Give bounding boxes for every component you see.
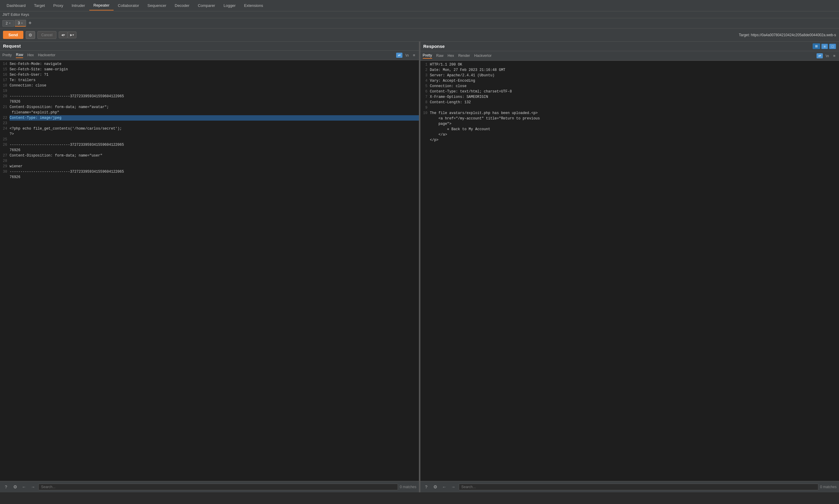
jwt-editor-row: JWT Editor Keys — [0, 11, 839, 18]
request-sub-tabs: Pretty Raw Hex Hackvertor ⇌ \n ≡ — [0, 51, 419, 60]
table-row: 20 ----------------------------372723395… — [0, 94, 419, 99]
response-menu-icon[interactable]: ≡ — [832, 53, 837, 59]
table-row: 8 Content-Length: 132 — [421, 100, 839, 105]
nav-item-collaborator[interactable]: Collaborator — [114, 1, 143, 10]
request-help-icon[interactable]: ? — [2, 483, 10, 490]
tab-2[interactable]: 2 × — [2, 20, 14, 26]
table-row: 30 ----------------------------372723395… — [0, 169, 419, 175]
response-tab-hex[interactable]: Hex — [448, 54, 454, 58]
table-row: 5 Connection: close — [421, 84, 839, 89]
table-row: 9 — [421, 105, 839, 110]
cancel-button[interactable]: Cancel — [37, 31, 56, 39]
tab-2-close[interactable]: × — [9, 21, 11, 25]
nav-item-target[interactable]: Target — [30, 1, 49, 10]
view-list-icon[interactable]: ≡ — [821, 44, 828, 49]
main-split: Request Pretty Raw Hex Hackvertor ⇌ \n ≡… — [0, 41, 839, 492]
response-search-input[interactable] — [459, 484, 818, 490]
table-row: 21 Content-Disposition: form-data; name=… — [0, 105, 419, 110]
table-row: 28 — [0, 158, 419, 164]
request-panel-title: Request — [3, 43, 21, 49]
nav-arrows: ◀▾ ▶▾ — [59, 32, 76, 38]
table-row: 17 Te: trailers — [0, 77, 419, 83]
next-button[interactable]: ▶▾ — [68, 32, 76, 38]
nav-item-dashboard[interactable]: Dashboard — [2, 1, 30, 10]
request-tab-raw[interactable]: Raw — [16, 53, 23, 58]
request-panel: Request Pretty Raw Hex Hackvertor ⇌ \n ≡… — [0, 41, 419, 492]
table-row: 24 <?php echo file_get_contents('/home/c… — [0, 126, 419, 131]
request-tab-hackvertor[interactable]: Hackvertor — [38, 53, 55, 58]
response-sub-tabs: Pretty Raw Hex Render Hackvertor ⇌ \n ≡ — [421, 51, 839, 61]
response-help-icon[interactable]: ? — [423, 483, 430, 490]
request-tab-pretty[interactable]: Pretty — [2, 53, 12, 58]
prev-button[interactable]: ◀▾ — [59, 32, 67, 38]
send-button[interactable]: Send — [3, 31, 23, 39]
request-code-area[interactable]: 14 Sec-Fetch-Mode: navigate 15 Sec-Fetch… — [0, 60, 419, 481]
table-row: 76926 — [0, 99, 419, 105]
table-row: 2 Date: Mon, 27 Feb 2023 21:16:48 GMT — [421, 67, 839, 73]
table-row: 6 Content-Type: text/html; charset=UTF-8 — [421, 89, 839, 94]
request-wrap-icon[interactable]: ⇌ — [396, 53, 403, 58]
response-newline-icon[interactable]: \n — [825, 53, 830, 59]
view-split-icon[interactable]: ⊞ — [812, 43, 820, 49]
request-newline-icon[interactable]: \n — [404, 52, 410, 58]
request-back-arrow-icon[interactable]: ← — [20, 483, 28, 490]
table-row: page"> — [421, 121, 839, 127]
request-bottom-gear-icon[interactable]: ⚙ — [11, 483, 19, 490]
table-row: 25 — [0, 137, 419, 142]
table-row: 27 Content-Disposition: form-data; name=… — [0, 153, 419, 158]
request-panel-header: Request — [0, 41, 419, 51]
toolbar: Send ⚙ Cancel ◀▾ ▶▾ Target: https://0a4a… — [0, 29, 839, 41]
response-tab-icons: ⇌ \n ≡ — [817, 53, 837, 59]
request-forward-arrow-icon[interactable]: → — [29, 483, 37, 490]
response-back-arrow-icon[interactable]: ← — [441, 483, 448, 490]
table-row: 10 The file avatars/exploit.php has been… — [421, 110, 839, 116]
table-row: 19 — [0, 88, 419, 94]
add-tab-button[interactable]: + — [27, 20, 34, 26]
nav-item-decoder[interactable]: Decoder — [171, 1, 193, 10]
nav-item-repeater[interactable]: Repeater — [89, 1, 114, 11]
response-tab-raw[interactable]: Raw — [436, 54, 444, 58]
target-label: Target: https://0a4a007804210424c205a8de… — [739, 33, 836, 37]
response-panel-title: Response — [423, 44, 445, 49]
view-toggle: ⊞ ≡ □ — [812, 43, 836, 49]
tab-3-label: 3 — [18, 21, 20, 25]
table-row: 76926 — [0, 147, 419, 153]
table-row: 18 Connection: close — [0, 83, 419, 88]
table-row: 23 — [0, 121, 419, 126]
table-row: 22 Content-Type: image/jpeg — [0, 115, 419, 121]
tab-3[interactable]: 3 × — [15, 20, 27, 26]
table-row: 29 wiener — [0, 164, 419, 169]
nav-item-extensions[interactable]: Extensions — [240, 1, 267, 10]
tab-3-close[interactable]: × — [21, 21, 23, 25]
response-bottom-gear-icon[interactable]: ⚙ — [432, 483, 439, 490]
tab-2-label: 2 — [6, 21, 8, 25]
response-code-area[interactable]: 1 HTTP/1.1 200 OK 2 Date: Mon, 27 Feb 20… — [421, 61, 839, 481]
response-tab-hackvertor[interactable]: Hackvertor — [474, 54, 492, 58]
request-tab-hex[interactable]: Hex — [27, 53, 34, 58]
table-row: <a href="/my-account" title="Return to p… — [421, 116, 839, 121]
tab-bar: 2 × 3 × + — [0, 18, 839, 29]
response-bottom-bar: ? ⚙ ← → 0 matches — [421, 481, 839, 492]
response-matches: 0 matches — [820, 485, 837, 489]
table-row: 15 Sec-Fetch-Site: same-origin — [0, 67, 419, 72]
nav-item-sequencer[interactable]: Sequencer — [143, 1, 171, 10]
nav-item-intruder[interactable]: Intruder — [67, 1, 89, 10]
response-tab-render[interactable]: Render — [458, 54, 470, 58]
table-row: 26 ----------------------------372723395… — [0, 142, 419, 147]
table-row: 76926 — [0, 175, 419, 180]
view-single-icon[interactable]: □ — [829, 44, 836, 49]
table-row: </p> — [421, 137, 839, 143]
request-menu-icon[interactable]: ≡ — [412, 52, 416, 58]
nav-item-logger[interactable]: Logger — [219, 1, 240, 10]
top-nav: Dashboard Target Proxy Intruder Repeater… — [0, 0, 839, 11]
table-row: </a> — [421, 132, 839, 137]
nav-item-comparer[interactable]: Comparer — [193, 1, 219, 10]
gear-settings-button[interactable]: ⚙ — [26, 31, 35, 39]
table-row: 16 Sec-Fetch-User: ?1 — [0, 72, 419, 77]
response-tab-pretty[interactable]: Pretty — [423, 53, 432, 59]
response-wrap-icon[interactable]: ⇌ — [817, 53, 823, 58]
response-forward-arrow-icon[interactable]: → — [450, 483, 457, 490]
request-bottom-bar: ? ⚙ ← → 0 matches — [0, 481, 419, 492]
nav-item-proxy[interactable]: Proxy — [49, 1, 67, 10]
request-search-input[interactable] — [38, 484, 398, 490]
